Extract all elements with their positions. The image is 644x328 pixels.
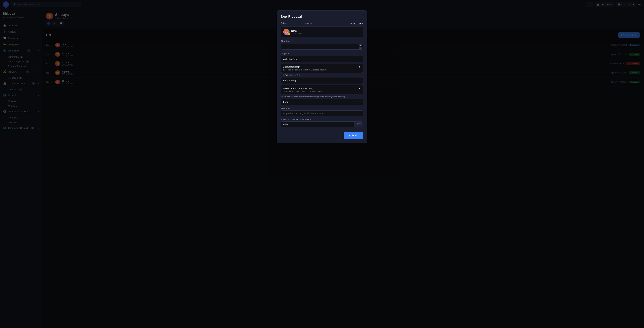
amount-wrap: SBY [281, 122, 363, 127]
smart-contract-section: smartContract: AstarPrimitiviesDappStaki… [281, 96, 363, 105]
modal-overlay: New Proposal × Origin Balance 56035.07 S… [0, 0, 644, 328]
threshold-spinners: ▲ ▼ [359, 44, 362, 49]
propose-dropdown-value: collectiveProxy [283, 58, 298, 60]
origin-field-row: Origin Balance 56035.07 SBY [281, 22, 363, 26]
amount-input[interactable] [281, 122, 354, 127]
stake-desc: Stake the specified amount on a smart co… [283, 90, 361, 92]
origin-box: 🦊 🔑 Dino ZV1q...8V4p [281, 26, 363, 37]
user-name: Dino [291, 30, 302, 32]
amount-unit: SBY [354, 122, 363, 127]
execute-call-desc: Executes the call on a behalf of an alia… [283, 69, 361, 71]
modal-title: New Proposal [281, 15, 363, 18]
new-proposal-modal: New Proposal × Origin Balance 56035.07 S… [276, 10, 368, 144]
smart-contract-value: Evm [283, 101, 288, 103]
threshold-input[interactable] [281, 44, 363, 50]
stake-dropdown: stake(smartContract, amount) ▼ Stake the… [281, 85, 363, 94]
modal-close-button[interactable]: × [362, 14, 364, 16]
execute-call-dropdown: executeCall(call) ▼ Executes the call on… [281, 64, 363, 73]
threshold-decrement[interactable]: ▼ [359, 47, 362, 49]
execute-call-label: executeCall(call) [283, 66, 300, 68]
execute-call-chevron: ▼ [358, 66, 361, 68]
user-address: ZV1q...8V4p [291, 32, 302, 34]
call-field-section: call: Call (RuntimeCall) dappStaking ▼ s… [281, 74, 363, 127]
call-field-label: call: Call (RuntimeCall) [281, 74, 363, 76]
stake-label: stake(smartContract, amount) [283, 87, 313, 90]
threshold-increment[interactable]: ▲ [359, 44, 362, 46]
submit-button[interactable]: Submit [344, 132, 363, 139]
user-badge-icon: 🔑 [288, 33, 290, 36]
stake-chevron: ▼ [358, 87, 361, 90]
evm-label: Evm: H160 [281, 107, 363, 110]
smart-contract-chevron: ▼ [354, 101, 356, 103]
threshold-field: Threshold ▲ ▼ [281, 40, 363, 50]
user-avatar: 🦊 🔑 [283, 29, 290, 35]
evm-field-section: Evm: H160 [281, 107, 363, 116]
smart-contract-dropdown[interactable]: Evm ▼ [281, 99, 363, 105]
propose-section: Propose collectiveProxy ▼ executeCall(ca… [281, 52, 363, 127]
pallet-chevron: ▼ [354, 80, 356, 82]
evm-input[interactable] [281, 110, 363, 116]
propose-label: Propose [281, 52, 363, 55]
balance-value: 56035.07 SBY [350, 22, 363, 25]
amount-label: amount: Compact<u128> (Balance) [281, 118, 363, 120]
call-pallet-dropdown[interactable]: dappStaking ▼ [281, 77, 363, 84]
propose-chevron: ▼ [354, 58, 356, 60]
propose-dropdown[interactable]: collectiveProxy ▼ [281, 56, 363, 62]
balance-label: Balance [305, 22, 312, 25]
threshold-label: Threshold [281, 40, 363, 42]
call-pallet-value: dappStaking [283, 79, 296, 82]
origin-label: Origin [281, 22, 286, 24]
amount-field-section: amount: Compact<u128> (Balance) SBY [281, 118, 363, 127]
stake-title[interactable]: stake(smartContract, amount) ▼ [283, 87, 361, 90]
smart-contract-label: smartContract: AstarPrimitiviesDappStaki… [281, 96, 363, 98]
threshold-input-wrap: ▲ ▼ [281, 44, 363, 50]
execute-call-title[interactable]: executeCall(call) ▼ [283, 66, 361, 68]
